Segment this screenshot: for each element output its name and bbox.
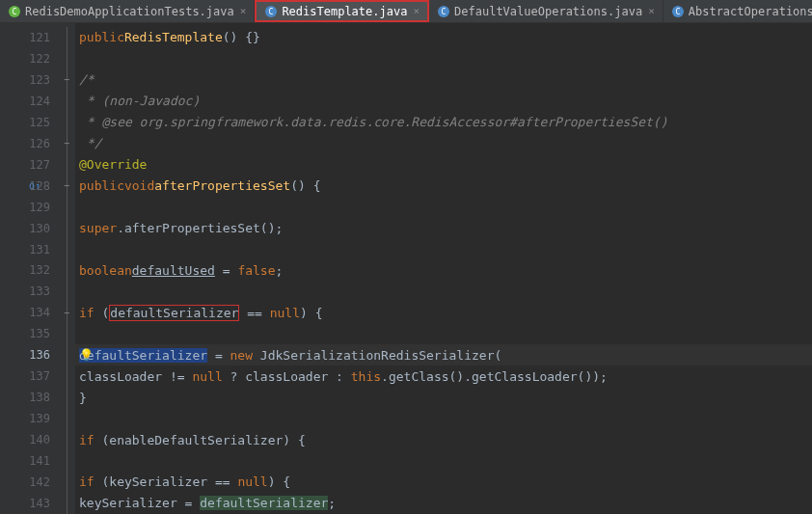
line-number: 123 bbox=[29, 73, 50, 87]
svg-text:C: C bbox=[442, 8, 447, 16]
code-text: .getClass().getClassLoader()); bbox=[381, 369, 608, 384]
keyword: super bbox=[79, 221, 117, 235]
line-number: 137 bbox=[29, 369, 50, 383]
keyword: public bbox=[79, 30, 124, 44]
code-text: = bbox=[207, 348, 230, 363]
keyword: false bbox=[237, 263, 275, 278]
code-text: classLoader != bbox=[79, 369, 192, 384]
code-text: ) { bbox=[300, 306, 322, 320]
tab-redis-template[interactable]: C RedisTemplate.java × bbox=[255, 0, 429, 22]
code-text: ; bbox=[328, 496, 336, 510]
code-text: } bbox=[79, 391, 87, 405]
line-number: 143 bbox=[29, 497, 50, 510]
fold-icon[interactable]: − bbox=[64, 308, 69, 318]
keyword: new bbox=[230, 348, 253, 363]
code-text: JdkSerializationRedisSerializer( bbox=[253, 348, 501, 363]
fold-icon[interactable]: − bbox=[64, 74, 69, 85]
code-text: = bbox=[215, 263, 237, 278]
editor-tabs: C RedisDemoApplicationTests.java × C Red… bbox=[0, 0, 812, 23]
variable: defaultUsed bbox=[132, 263, 215, 278]
selected-variable: defaultSerializer bbox=[79, 348, 207, 363]
code-text: () {} bbox=[223, 30, 260, 44]
code-text: ; bbox=[276, 263, 284, 278]
line-number: 135 bbox=[29, 327, 50, 340]
line-number: 132 bbox=[29, 263, 50, 277]
code-text: (enableDefaultSerializer) { bbox=[95, 433, 306, 447]
java-icon: C bbox=[8, 5, 21, 18]
keyword: if bbox=[79, 306, 95, 320]
line-number: 138 bbox=[29, 391, 50, 404]
code-text: keySerializer = bbox=[79, 496, 200, 510]
line-number: 131 bbox=[29, 243, 50, 257]
fold-icon[interactable]: − bbox=[64, 180, 69, 191]
svg-text:C: C bbox=[13, 8, 17, 16]
line-number: 122 bbox=[29, 52, 50, 66]
keyword: if bbox=[79, 433, 95, 447]
line-number: 139 bbox=[29, 412, 50, 425]
line-number: 127 bbox=[29, 158, 50, 172]
line-number: 129 bbox=[29, 201, 50, 214]
tab-label: RedisDemoApplicationTests.java bbox=[25, 5, 234, 18]
tab-abstract-ops[interactable]: C AbstractOperations.java × bbox=[663, 0, 812, 22]
line-number: 140 bbox=[29, 433, 50, 446]
comment: */ bbox=[79, 136, 101, 150]
override-icon[interactable]: o↑ bbox=[29, 180, 41, 191]
line-number: 130 bbox=[29, 222, 50, 235]
line-number: 121 bbox=[29, 31, 50, 44]
code-text: ? classLoader : bbox=[223, 369, 351, 384]
line-gutter: 121122123124125126127128o↑12913013113213… bbox=[0, 23, 58, 514]
comment: * @see org.springframework.data.redis.co… bbox=[79, 115, 667, 129]
code-text: () { bbox=[290, 178, 320, 193]
tab-label: DefaultValueOperations.java bbox=[454, 5, 642, 18]
tab-label: AbstractOperations.java bbox=[689, 5, 812, 18]
line-number: 141 bbox=[29, 454, 50, 468]
tab-redis-demo-tests[interactable]: C RedisDemoApplicationTests.java × bbox=[0, 0, 255, 22]
code-text: ( bbox=[95, 306, 110, 320]
keyword: null bbox=[237, 474, 267, 489]
close-icon[interactable]: × bbox=[238, 5, 247, 17]
keyword: null bbox=[270, 306, 300, 320]
tab-default-value-ops[interactable]: C DefaultValueOperations.java × bbox=[429, 0, 663, 22]
method-name: afterPropertiesSet bbox=[154, 178, 290, 193]
java-icon: C bbox=[264, 5, 278, 18]
highlighted-variable: defaultSerializer bbox=[109, 305, 239, 321]
fold-column: −−−− bbox=[58, 23, 75, 514]
line-number: 134 bbox=[29, 306, 50, 319]
line-number: 136 bbox=[29, 348, 50, 362]
code-text: == bbox=[239, 306, 269, 320]
code-text: .afterPropertiesSet(); bbox=[117, 221, 283, 235]
line-number: 142 bbox=[29, 475, 50, 489]
code-text: ) { bbox=[268, 474, 290, 489]
svg-text:C: C bbox=[269, 8, 274, 16]
keyword: boolean bbox=[79, 263, 132, 278]
java-icon: C bbox=[437, 5, 450, 18]
editor-area: 121122123124125126127128o↑12913013113213… bbox=[0, 23, 812, 514]
svg-text:C: C bbox=[675, 8, 680, 16]
line-number: 133 bbox=[29, 284, 50, 298]
java-icon: C bbox=[671, 5, 685, 18]
comment: * (non-Javadoc) bbox=[79, 94, 200, 108]
line-number: 124 bbox=[29, 95, 50, 108]
code-editor[interactable]: public RedisTemplate() {} /* * (non-Java… bbox=[75, 23, 812, 514]
code-text: (keySerializer == bbox=[95, 474, 238, 489]
annotation: @Override bbox=[79, 157, 147, 172]
constructor: RedisTemplate bbox=[124, 30, 223, 44]
keyword: public bbox=[79, 178, 124, 193]
close-icon[interactable]: × bbox=[411, 5, 420, 17]
fold-icon[interactable]: − bbox=[64, 138, 69, 149]
highlighted-text: defaultSerializer bbox=[200, 496, 328, 510]
tab-label: RedisTemplate.java bbox=[282, 5, 407, 18]
line-number: 125 bbox=[29, 116, 50, 129]
line-number: 126 bbox=[29, 137, 50, 150]
keyword: if bbox=[79, 474, 95, 489]
close-icon[interactable]: × bbox=[646, 5, 655, 17]
keyword: this bbox=[351, 369, 381, 384]
keyword: void bbox=[124, 178, 154, 193]
lightbulb-icon[interactable]: 💡 bbox=[79, 348, 94, 362]
comment: /* bbox=[79, 72, 95, 87]
keyword: null bbox=[192, 369, 222, 384]
